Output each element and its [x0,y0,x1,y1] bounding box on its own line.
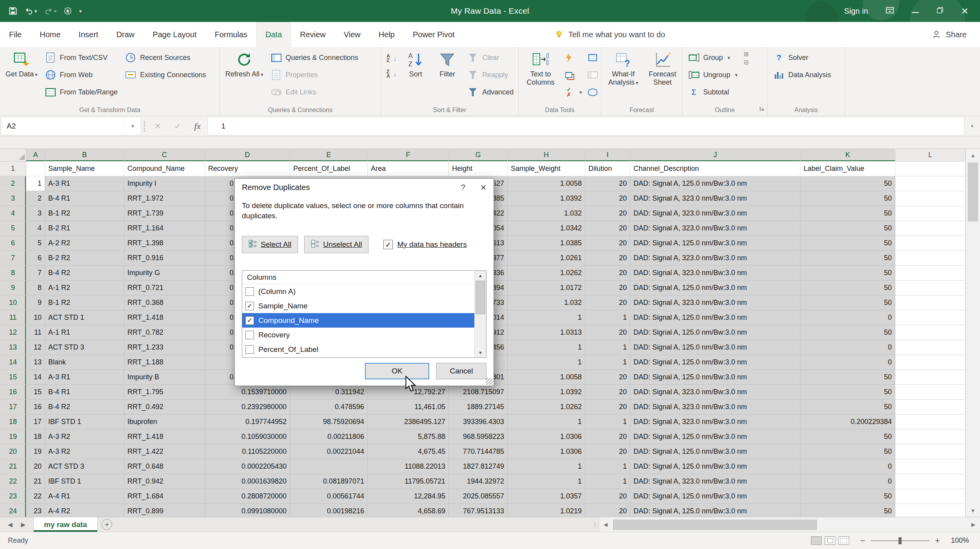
cell-J14[interactable]: DAD: Signal A, 125.0 nm/Bw:3.0 nm [630,355,800,370]
cell-D22[interactable]: 0.0001639820 [205,474,290,489]
cell-J13[interactable]: DAD: Signal A, 125.0 nm/Bw:3.0 nm [630,340,800,355]
column-header-J[interactable]: J [630,149,800,161]
cell-H2[interactable]: 1.0058 [508,176,585,191]
scroll-down-icon[interactable]: ▼ [475,348,486,357]
cell-L17[interactable] [895,400,965,415]
scroll-up-icon[interactable]: ▲ [966,149,980,161]
cell-A17[interactable]: 16 [26,400,45,415]
scroll-down-icon[interactable]: ▼ [966,504,980,517]
cell-G1[interactable]: Height [449,161,508,176]
row-header-3[interactable]: 3 [0,191,26,206]
cell-J7[interactable]: DAD: Signal A, 323.0 nm/Bw:3.0 nm [630,251,800,266]
cell-C13[interactable]: RRT_1.233 [124,340,205,355]
cell-J8[interactable]: DAD: Signal A, 323.0 nm/Bw:3.0 nm [630,266,800,281]
cell-J1[interactable]: Channel_Description [630,161,800,176]
cell-D21[interactable]: 0.0002205430 [205,459,290,474]
cell-G16[interactable]: 2108.715097 [449,385,508,400]
cell-L6[interactable] [895,236,965,251]
cell-F1[interactable]: Area [368,161,449,176]
column-header-F[interactable]: F [368,149,449,161]
cell-E24[interactable]: 0.00198216 [290,504,368,517]
cell-E1[interactable]: Percent_Of_Label [290,161,368,176]
cell-K7[interactable]: 50 [800,251,895,266]
cell-A24[interactable]: 23 [26,504,45,517]
cell-I6[interactable]: 20 [585,236,630,251]
cell-K14[interactable]: 0 [800,355,895,370]
row-header-22[interactable]: 22 [0,474,26,489]
zoom-in-button[interactable]: + [935,537,940,545]
cell-L15[interactable] [895,370,965,385]
column-header-C[interactable]: C [124,149,205,161]
row-header-19[interactable]: 19 [0,429,26,444]
dialog-column-option-compound_name[interactable]: ✓Compound_Name [242,313,474,328]
cell-C4[interactable]: RRT_1.739 [124,206,205,221]
what-if-analysis-button[interactable]: ? What-If Analysis▾ [604,49,642,88]
cell-A8[interactable]: 7 [26,266,45,281]
cell-I4[interactable]: 20 [585,206,630,221]
cell-F24[interactable]: 4,658.69 [368,504,449,517]
subtotal-button[interactable]: Σ Subtotal [686,84,740,100]
cell-L24[interactable] [895,504,965,517]
cell-H13[interactable]: 1 [508,340,585,355]
cell-B8[interactable]: B-4 R2 [45,266,124,281]
tab-draw[interactable]: Draw [107,22,144,47]
select-all-corner[interactable] [0,149,26,161]
consolidate-button[interactable] [586,49,600,66]
normal-view-button[interactable] [811,536,822,545]
cell-G23[interactable]: 2025.085557 [449,489,508,504]
cell-B17[interactable]: B-4 R2 [45,400,124,415]
existing-connections-button[interactable]: Existing Connections [122,67,208,83]
relationships-button[interactable] [586,67,600,83]
select-all-button[interactable]: Select All [242,236,298,253]
cell-L4[interactable] [895,206,965,221]
insert-function-button[interactable]: fx [194,121,201,131]
cell-I3[interactable]: 20 [585,191,630,206]
cell-L23[interactable] [895,489,965,504]
dialog-column-option-percent_of_label[interactable]: Percent_Of_Label [242,342,474,357]
my-data-has-headers-checkbox[interactable]: ✓ My data has headers [383,240,466,249]
cell-C9[interactable]: RRT_0.721 [124,281,205,295]
cell-C1[interactable]: Compound_Name [124,161,205,176]
cell-C12[interactable]: RRT_0.782 [124,325,205,340]
cell-G17[interactable]: 1889.27145 [449,400,508,415]
cell-J15[interactable]: DAD: Signal A, 125.0 nm/Bw:3.0 nm [630,370,800,385]
cell-I16[interactable]: 20 [585,385,630,400]
cell-C5[interactable]: RRT_1.164 [124,221,205,236]
cell-D16[interactable]: 0.1539710000 [205,385,290,400]
cell-C15[interactable]: Impurity B [124,370,205,385]
cell-K23[interactable]: 50 [800,489,895,504]
cell-B4[interactable]: B-1 R2 [45,206,124,221]
sign-in-button[interactable]: Sign in [844,7,868,16]
cell-I23[interactable]: 20 [585,489,630,504]
cell-L9[interactable] [895,281,965,295]
cell-L10[interactable] [895,295,965,310]
cell-B22[interactable]: IBF STD 1 [45,474,124,489]
scroll-right-icon[interactable]: ▶ [967,517,980,532]
cell-K3[interactable]: 50 [800,191,895,206]
tab-insert[interactable]: Insert [70,22,107,47]
column-header-H[interactable]: H [508,149,585,161]
cell-B15[interactable]: A-3 R1 [45,370,124,385]
ok-button[interactable]: OK [365,363,429,379]
from-web-button[interactable]: From Web [42,67,120,83]
cell-C14[interactable]: RRT_1.188 [124,355,205,370]
cell-A16[interactable]: 15 [26,385,45,400]
cell-F23[interactable]: 12,284.95 [368,489,449,504]
minimize-button[interactable] [912,7,919,14]
cell-H5[interactable]: 1.0342 [508,221,585,236]
cell-I14[interactable]: 1 [585,355,630,370]
cell-F21[interactable]: 11088.22013 [368,459,449,474]
cell-E19[interactable]: 0.00211806 [290,429,368,444]
cancel-button[interactable]: Cancel [436,363,486,379]
cell-A20[interactable]: 19 [26,444,45,459]
cell-A14[interactable]: 13 [26,355,45,370]
row-header-24[interactable]: 24 [0,504,26,517]
cell-L13[interactable] [895,340,965,355]
cell-D17[interactable]: 0.2392980000 [205,400,290,415]
column-header-I[interactable]: I [585,149,630,161]
cell-F22[interactable]: 11795.05721 [368,474,449,489]
tab-formulas[interactable]: Formulas [206,22,256,47]
formula-bar-grip[interactable] [141,116,147,136]
cell-E20[interactable]: 0.00221044 [290,444,368,459]
cell-J4[interactable]: DAD: Signal A, 323.0 nm/Bw:3.0 nm [630,206,800,221]
